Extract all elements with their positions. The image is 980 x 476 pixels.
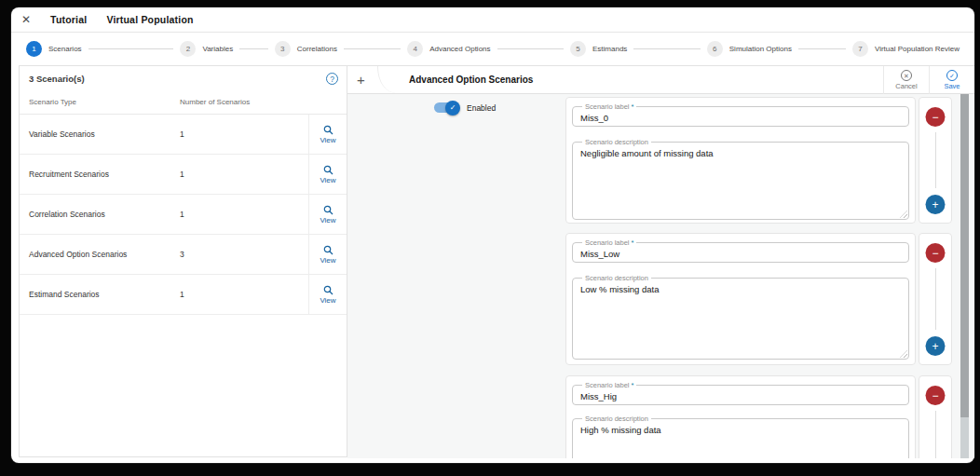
view-recruitment-scenarios-button[interactable]: View (308, 155, 347, 194)
cancel-button[interactable]: ✕ Cancel (883, 66, 929, 94)
step-virtual-population-review[interactable]: 7 Virtual Population Review (852, 41, 960, 57)
scenario-label-field-label: Scenario label (585, 102, 630, 111)
magnifier-icon (323, 245, 333, 255)
editor-header: + Advanced Option Scenarios ✕ Cancel ✓ S… (347, 66, 974, 94)
scenario-description-field-label: Scenario description (585, 274, 648, 282)
scenario-actions-1: − + (919, 97, 952, 224)
step-connector (798, 48, 846, 49)
scenario-type-cell: Advanced Option Scenarios (29, 250, 127, 259)
cancel-circle-x-icon: ✕ (901, 70, 912, 81)
scenario-description-input-3[interactable]: High % missing data (573, 419, 908, 458)
magnifier-icon (323, 205, 333, 215)
step-label: Virtual Population Review (875, 45, 960, 53)
connector-line (935, 132, 936, 188)
scenario-count-title: 3 Scenario(s) (29, 74, 85, 84)
save-button[interactable]: ✓ Save (929, 66, 974, 94)
scenario-count-cell: 1 (180, 129, 184, 139)
enabled-toggle-row: ✓ Enabled (434, 102, 496, 113)
close-icon[interactable]: ✕ (21, 14, 31, 25)
magnifier-icon (323, 165, 333, 175)
step-number: 2 (180, 41, 196, 57)
table-row: Variable Scenarios 1 View (20, 115, 347, 155)
tab-curve (377, 66, 398, 93)
scenario-actions-3: − (919, 375, 952, 458)
scrollbar-track (960, 417, 969, 458)
view-label: View (320, 256, 335, 265)
step-label: Advanced Options (429, 45, 490, 53)
step-label: Estimands (592, 45, 627, 53)
remove-scenario-button[interactable]: − (926, 386, 946, 405)
scenario-count-cell: 1 (180, 170, 184, 179)
scenario-card-1: Scenario label* Scenario description Neg… (565, 97, 916, 224)
scenario-description-field-label: Scenario description (585, 415, 648, 423)
required-marker: * (632, 381, 634, 389)
table-header-row: Scenario Type Number of Scenarios (20, 90, 347, 115)
add-scenario-button[interactable]: + (926, 336, 946, 356)
help-icon[interactable]: ? (326, 73, 338, 85)
scrollbar-thumb[interactable] (960, 94, 969, 417)
toggle-check-icon: ✓ (445, 101, 460, 116)
magnifier-icon (323, 285, 333, 295)
scenario-description-field-label: Scenario description (585, 138, 648, 146)
view-correlation-scenarios-button[interactable]: View (308, 195, 347, 234)
app-window: ✕ Tutorial Virtual Population 1 Scenario… (11, 7, 974, 463)
scenario-summary-panel: 3 Scenario(s) ? Scenario Type Number of … (19, 65, 347, 457)
step-connector (497, 48, 564, 49)
step-advanced-options[interactable]: 4 Advanced Options (407, 41, 490, 57)
step-correlations[interactable]: 3 Correlations (275, 41, 337, 57)
table-row: Estimand Scenarios 1 View (20, 275, 347, 315)
step-connector (344, 48, 401, 49)
step-number: 3 (275, 41, 291, 57)
step-estimands[interactable]: 5 Estimands (570, 41, 627, 57)
scenario-type-cell: Estimand Scenarios (29, 290, 100, 299)
scenario-actions-2: − + (919, 233, 952, 365)
required-marker: * (632, 102, 634, 111)
scenario-label-field-label: Scenario label (585, 381, 630, 389)
editor-content: ✓ Enabled Scenario label* Scenario descr… (347, 94, 974, 458)
view-variable-scenarios-button[interactable]: View (308, 115, 347, 154)
step-label: Correlations (297, 45, 337, 53)
add-tab-icon[interactable]: + (357, 72, 365, 88)
step-simulation-options[interactable]: 6 Simulation Options (707, 41, 792, 57)
scenario-type-cell: Correlation Scenarios (29, 210, 105, 219)
step-number: 5 (570, 41, 586, 57)
editor-title: Advanced Option Scenarios (409, 75, 533, 85)
step-variables[interactable]: 2 Variables (180, 41, 233, 57)
module-title: Virtual Population (106, 14, 193, 25)
enabled-toggle-label: Enabled (467, 103, 496, 113)
scenario-type-cell: Variable Scenarios (29, 129, 95, 139)
step-number: 1 (26, 41, 42, 57)
save-label: Save (944, 82, 960, 90)
add-scenario-button[interactable]: + (926, 195, 946, 214)
view-estimand-scenarios-button[interactable]: View (308, 275, 347, 314)
step-connector (88, 48, 174, 49)
scenario-card-2: Scenario label* Scenario description Low… (565, 233, 916, 365)
step-number: 7 (852, 41, 868, 57)
view-label: View (320, 216, 335, 224)
wizard-stepper: 1 Scenarios 2 Variables 3 Correlations 4… (11, 33, 974, 64)
vertical-scrollbar[interactable] (960, 94, 969, 458)
step-number: 6 (707, 41, 723, 57)
required-marker: * (632, 238, 634, 247)
remove-scenario-button[interactable]: − (926, 107, 946, 127)
view-advanced-option-scenarios-button[interactable]: View (308, 235, 347, 274)
step-scenarios[interactable]: 1 Scenarios (26, 41, 82, 57)
top-bar: ✕ Tutorial Virtual Population (11, 7, 974, 33)
step-number: 4 (407, 41, 423, 57)
column-header-scenario-type: Scenario Type (29, 98, 76, 106)
cancel-label: Cancel (895, 82, 917, 90)
scenario-label-field-label: Scenario label (585, 238, 630, 247)
scenario-type-cell: Recruitment Scenarios (29, 170, 109, 179)
table-row: Recruitment Scenarios 1 View (20, 155, 347, 195)
step-connector (633, 48, 700, 49)
enabled-toggle[interactable]: ✓ (434, 102, 458, 113)
remove-scenario-button[interactable]: − (926, 243, 946, 263)
advanced-options-editor: + Advanced Option Scenarios ✕ Cancel ✓ S… (347, 65, 974, 457)
scenario-description-input-2[interactable]: Low % missing data (573, 279, 908, 359)
view-label: View (320, 176, 335, 184)
step-label: Simulation Options (729, 45, 792, 53)
table-row: Correlation Scenarios 1 View (20, 195, 347, 235)
project-title: Tutorial (50, 14, 87, 25)
scenario-count-cell: 3 (180, 250, 184, 259)
scenario-description-input-1[interactable]: Negligible amount of missing data (573, 143, 908, 219)
